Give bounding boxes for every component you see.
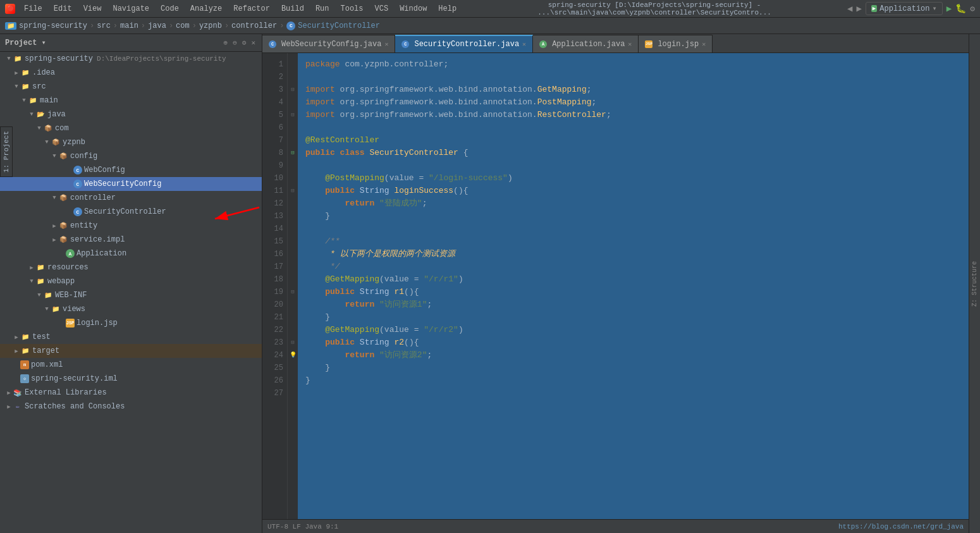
tree-login-label: login.jsp <box>77 319 118 328</box>
menu-view[interactable]: View <box>78 3 107 15</box>
navigate-forward-icon[interactable]: ▶ <box>856 3 861 14</box>
bc-yzpnb[interactable]: yzpnb <box>199 21 222 30</box>
code-line-9 <box>305 159 969 172</box>
close-project-panel-icon[interactable]: ✕ <box>250 37 257 48</box>
menu-tools[interactable]: Tools <box>336 3 369 15</box>
tree-arrow-ext <box>5 389 13 396</box>
tree-entity[interactable]: 📦 entity <box>0 219 262 233</box>
menu-edit[interactable]: Edit <box>49 3 77 15</box>
tree-leaf-app <box>58 250 66 257</box>
tree-config[interactable]: 📦 config <box>0 149 262 163</box>
tab-login-close[interactable]: ✕ <box>702 40 706 48</box>
bc-spring-security[interactable]: spring-security <box>19 21 87 30</box>
tab-app-close[interactable]: ✕ <box>628 40 632 48</box>
tree-scratches[interactable]: ✏ Scratches and Consoles <box>0 400 262 414</box>
tree-pom[interactable]: m pom.xml <box>0 358 262 372</box>
gutter-26 <box>288 374 298 387</box>
tab-login-jsp[interactable]: JSP login.jsp ✕ <box>639 35 713 52</box>
run-config-selector[interactable]: ▶ Application ▾ <box>866 2 943 15</box>
tree-root[interactable]: 📁 spring-security D:\IdeaProjects\spring… <box>0 52 262 66</box>
bc-com[interactable]: com <box>176 21 190 30</box>
gutter-11: ⊟ <box>288 185 298 197</box>
tree-src[interactable]: 📁 src <box>0 80 262 94</box>
code-editor[interactable]: package com.yzpnb.controller; import org… <box>298 53 969 519</box>
tree-root-label: spring-security <box>25 54 93 63</box>
bc-main[interactable]: main <box>120 21 138 30</box>
tree-target[interactable]: 📁 target <box>0 344 262 358</box>
code-line-3: import org.springframework.web.bind.anno… <box>305 83 969 96</box>
tree-config-label: config <box>70 152 97 161</box>
bc-controller[interactable]: controller <box>231 21 277 30</box>
settings-icon[interactable]: ⚙ <box>970 4 975 14</box>
bc-src[interactable]: src <box>97 21 111 30</box>
tree-webinf[interactable]: 📁 WEB-INF <box>0 288 262 302</box>
menu-code[interactable]: Code <box>156 3 184 15</box>
z-structure-panel[interactable]: Z: Structure <box>969 34 980 533</box>
menu-bar: 🔴 File Edit View Navigate Code Analyze R… <box>5 3 462 15</box>
tree-ext-lib[interactable]: 📚 External Libraries <box>0 386 262 400</box>
menu-help[interactable]: Help <box>433 3 462 15</box>
tree-com[interactable]: 📦 com <box>0 121 262 135</box>
login-jsp-icon: JSP <box>66 319 75 328</box>
menu-run[interactable]: Run <box>310 3 334 15</box>
run-button[interactable]: ▶ <box>946 3 952 14</box>
menu-navigate[interactable]: Navigate <box>107 3 154 15</box>
tree-idea[interactable]: 📁 .idea <box>0 66 262 80</box>
locate-icon[interactable]: ⊖ <box>231 37 238 48</box>
run-config-label: Application <box>879 4 929 13</box>
tree-yzpnb[interactable]: 📦 yzpnb <box>0 135 262 149</box>
collapse-all-icon[interactable]: ⊕ <box>223 37 230 48</box>
iml-icon: ◇ <box>20 374 29 383</box>
tab-websecurity-close[interactable]: ✕ <box>384 40 388 48</box>
bc-security-controller[interactable]: SecurityController <box>298 21 380 30</box>
tree-websecurityconfig[interactable]: C WebSecurityConfig <box>0 177 262 191</box>
jsp-tab-icon: JSP <box>645 40 652 48</box>
tab-websecurity[interactable]: C WebSecurityConfig.java ✕ <box>262 35 395 52</box>
gutter-10 <box>288 172 298 185</box>
tree-arrow-service <box>51 236 58 243</box>
tree-leaf-pom <box>13 361 20 369</box>
code-line-21: } <box>305 311 969 324</box>
tree-service-impl[interactable]: 📦 service.impl <box>0 233 262 247</box>
webapp-folder-icon: 📁 <box>35 276 46 286</box>
editor-content[interactable]: 1 2 3 4 5 6 7 8 9 10 11 12 13 14 15 16 1… <box>262 53 969 519</box>
project-panel-tab[interactable]: 1: Project <box>0 126 13 177</box>
gutter-16 <box>288 248 298 260</box>
webinf-folder-icon: 📁 <box>43 290 53 300</box>
settings-project-icon[interactable]: ⚙ <box>241 37 248 48</box>
menu-file[interactable]: File <box>19 3 47 15</box>
tree-views-label: views <box>63 305 85 314</box>
gutter-3: ⊟ <box>288 83 298 96</box>
tree-controller-label: controller <box>70 193 116 202</box>
tree-webconfig[interactable]: C WebConfig <box>0 163 262 177</box>
run-config-dropdown-icon[interactable]: ▾ <box>933 4 937 13</box>
tree-java[interactable]: 📂 java <box>0 107 262 121</box>
title-bar: 🔴 File Edit View Navigate Code Analyze R… <box>0 0 980 18</box>
tree-application[interactable]: A Application <box>0 247 262 260</box>
menu-analyze[interactable]: Analyze <box>185 3 227 15</box>
tree-securitycontroller[interactable]: C SecurityController <box>0 205 262 219</box>
tree-login-jsp[interactable]: JSP login.jsp <box>0 316 262 330</box>
tree-arrow-java <box>28 111 35 118</box>
navigate-back-icon[interactable]: ◀ <box>847 3 852 14</box>
menu-refactor[interactable]: Refactor <box>228 3 275 15</box>
bc-class-icon: C <box>286 21 295 30</box>
debug-button[interactable]: 🐛 <box>955 3 966 14</box>
tab-secctrl-close[interactable]: ✕ <box>522 40 526 48</box>
menu-build[interactable]: Build <box>276 3 309 15</box>
tree-resources[interactable]: 📁 resources <box>0 260 262 274</box>
tree-views[interactable]: 📁 views <box>0 302 262 316</box>
menu-window[interactable]: Window <box>395 3 432 15</box>
tree-main[interactable]: 📁 main <box>0 94 262 107</box>
tree-controller[interactable]: 📦 controller <box>0 191 262 205</box>
idea-folder-icon: 📁 <box>20 68 30 78</box>
tree-test[interactable]: 📁 test <box>0 330 262 344</box>
tree-webapp[interactable]: 📁 webapp <box>0 274 262 288</box>
tree-target-label: target <box>32 346 59 355</box>
menu-vcs[interactable]: VCS <box>370 3 394 15</box>
editor-area: C WebSecurityConfig.java ✕ C SecurityCon… <box>262 34 969 533</box>
tab-application[interactable]: A Application.java ✕ <box>533 35 639 52</box>
bc-java[interactable]: java <box>148 21 166 30</box>
tree-iml[interactable]: ◇ spring-security.iml <box>0 372 262 386</box>
tab-security-ctrl[interactable]: C SecurityController.java ✕ <box>395 35 533 52</box>
